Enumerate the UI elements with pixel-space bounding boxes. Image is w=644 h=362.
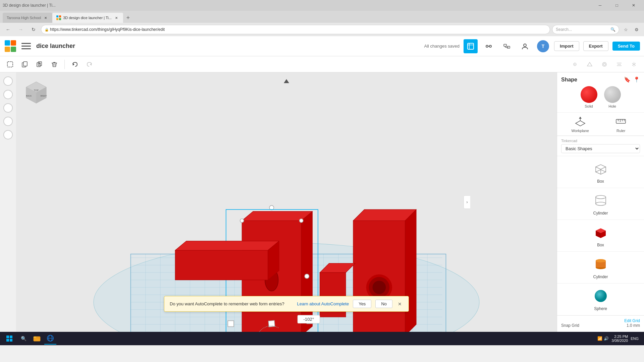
shape-item-box-outline[interactable]: Box [557,156,644,188]
shape-item-cylinder-solid[interactable]: Cylinder [557,252,644,284]
panel-expand-button[interactable]: › [464,195,470,209]
svg-rect-5 [21,46,31,47]
hamburger-icon[interactable] [21,41,32,52]
avatar-button[interactable]: T [536,39,550,53]
solid-shape-option[interactable]: Solid [581,86,597,108]
maximize-button[interactable]: □ [609,0,625,11]
windows-logo-icon [6,335,13,342]
delete-icon [51,61,57,67]
view-circle-2[interactable] [3,90,13,99]
hole-shape-option[interactable]: Hole [604,86,621,108]
solid-circle[interactable] [581,86,597,103]
align-tool-button[interactable] [613,58,625,70]
star-icon[interactable]: ☆ [621,25,631,34]
ie-icon [47,335,54,342]
svg-rect-13 [504,44,506,46]
view-sidebar [0,72,16,332]
view-circle-3[interactable] [3,103,13,113]
toolbar-separator-1 [64,60,65,69]
shape-options: Solid Hole [561,86,640,108]
taskbar-search-button[interactable]: 🔍 [17,333,30,345]
shapes-grid: Box Cylinder Box [557,156,644,315]
logo-i [11,40,16,46]
svg-point-31 [603,63,605,65]
copy-tool-button[interactable] [19,58,31,70]
taskbar-volume-icon[interactable]: 🔊 [604,336,609,341]
taskbar-time[interactable]: 2:25 PM 3/08/2020 [611,335,628,343]
tab-taroona[interactable]: Taroona High School ✕ [3,13,52,23]
back-button[interactable]: ← [3,24,13,35]
svg-rect-0 [56,15,58,17]
shape-item-box-solid[interactable]: Box [557,220,644,252]
undo-button[interactable] [69,58,81,70]
3d-view-button[interactable] [464,39,478,53]
svg-rect-135 [10,339,12,342]
main-content: TOP BACK RIGHT [0,72,644,332]
taskbar-start-button[interactable] [3,333,16,345]
select-tool-button[interactable] [4,58,16,70]
shape-tool-button[interactable] [584,58,596,70]
view-circle-1[interactable] [3,76,13,86]
new-tab-button[interactable]: + [123,13,133,23]
refresh-button[interactable]: ↻ [28,24,39,35]
shapes-category-select[interactable]: Basic Shapes [561,144,640,153]
svg-point-82 [269,205,274,210]
codeblocks-button[interactable] [500,39,514,53]
duplicate-tool-button[interactable] [34,58,46,70]
settings-icon[interactable]: ⚙ [632,25,641,34]
taskbar-explorer-button[interactable] [31,333,43,345]
account-button[interactable] [518,39,532,53]
svg-point-121 [596,202,606,205]
autocomplete-yes-button[interactable]: Yes [353,300,371,308]
shape-item-sphere[interactable]: Sphere [557,284,644,315]
3d-scene: -102° [16,72,557,332]
group-tool-button[interactable] [598,58,610,70]
autocomplete-no-button[interactable]: No [375,300,392,308]
workplane-icon [574,115,587,127]
dropdown-header: Tinkercad [561,139,640,143]
svg-rect-134 [6,339,9,342]
minimize-button[interactable]: ─ [592,0,608,11]
shape-item-sphere-label: Sphere [594,306,607,311]
workplane-tool[interactable]: Workplane [561,115,599,133]
arrow-up-icon [283,78,290,85]
title-bar: 3D design dice launcher | Ti... ─ □ ✕ [0,0,644,11]
export-button[interactable]: Export [583,41,608,51]
hole-circle[interactable] [604,86,621,103]
mirror-tool-button[interactable] [628,58,640,70]
tab-taroona-close[interactable]: ✕ [43,15,48,20]
ruler-tool[interactable]: Ruler [602,115,640,133]
circuit-view-button[interactable] [482,39,496,53]
view-circle-5[interactable] [3,130,13,139]
redo-button[interactable] [84,58,96,70]
view-cube[interactable]: TOP BACK RIGHT [23,79,46,103]
light-tool-button[interactable] [569,58,581,70]
close-button[interactable]: ✕ [626,0,641,11]
viewport[interactable]: TOP BACK RIGHT [16,72,557,332]
autocomplete-close-button[interactable]: ✕ [396,301,403,307]
shape-item-cylinder-outline[interactable]: Cylinder [557,188,644,220]
taskbar-ie-button[interactable] [44,333,56,345]
edit-grid-button[interactable]: Edit Grid [561,318,640,323]
tab-tinkercad-close[interactable]: ✕ [114,15,119,20]
shape-bookmark-icon[interactable]: 🔖 [624,76,631,83]
logo-n [5,47,10,52]
sendto-button[interactable]: Send To [612,42,640,51]
import-button[interactable]: Import [554,41,579,51]
svg-rect-86 [228,321,234,327]
shape-location-icon[interactable]: 📍 [633,76,640,83]
autocomplete-learn-more-link[interactable]: Learn about AutoComplete [297,301,349,306]
tab-bar: Taroona High School ✕ 3D design dice lau… [0,11,644,23]
delete-tool-button[interactable] [48,58,60,70]
view-up-button[interactable] [283,78,290,86]
solid-label: Solid [585,104,593,108]
svg-rect-132 [6,336,9,338]
forward-button[interactable]: → [15,24,26,35]
shape-panel: Shape 🔖 📍 Solid Hole [557,72,644,113]
taskbar-network-icon[interactable]: 📶 [597,336,602,341]
tab-tinkercad[interactable]: 3D design dice launcher | Ti... ✕ [52,13,123,23]
search-bar[interactable]: Search... 🔍 [552,25,619,34]
url-bar[interactable]: 🔒 https://www.tinkercad.com/things/glHyq… [41,25,550,34]
view-circle-4[interactable] [3,117,13,126]
svg-rect-1 [59,15,61,17]
